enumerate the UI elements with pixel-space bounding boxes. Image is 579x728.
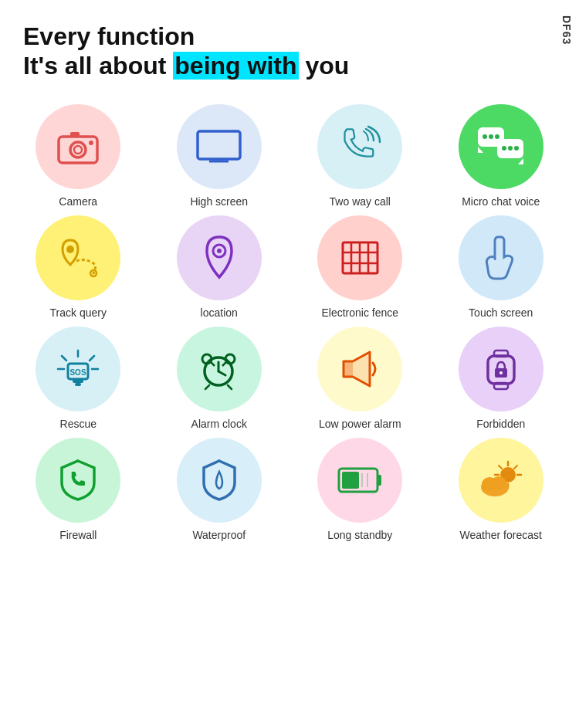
feature-camera: Camera [8, 104, 149, 208]
svg-point-18 [93, 273, 95, 275]
svg-line-66 [514, 466, 517, 469]
svg-rect-51 [494, 383, 508, 389]
touch-screen-label: Touch screen [469, 306, 533, 319]
svg-point-53 [499, 371, 503, 374]
svg-point-1 [70, 142, 86, 157]
location-icon-circle [177, 215, 262, 300]
svg-point-15 [514, 146, 519, 151]
micro-chat-voice-label: Micro chat voice [462, 195, 540, 208]
rescue-icon-circle: SOS [36, 327, 120, 411]
feature-long-standby: Long standby [290, 438, 431, 541]
two-way-call-icon-circle [317, 104, 402, 189]
track-query-label: Track query [50, 306, 107, 319]
camera-label: Camera [59, 195, 97, 208]
feature-touch-screen: Touch screen [431, 215, 572, 319]
electronic-fence-icon-circle [317, 215, 402, 300]
rescue-label: Rescue [60, 418, 96, 430]
svg-rect-3 [70, 132, 80, 137]
electronic-fence-label: Electronic fence [321, 306, 398, 319]
svg-point-9 [482, 134, 487, 139]
forbidden-icon-circle [459, 327, 543, 411]
feature-two-way-call: Two way call [290, 104, 431, 208]
feature-waterproof: Waterproof [149, 438, 290, 541]
svg-point-70 [491, 476, 506, 490]
high-screen-label: High screen [190, 195, 248, 208]
feature-location: location [149, 215, 290, 319]
svg-point-14 [508, 146, 513, 151]
feature-high-screen: High screen [149, 104, 290, 208]
header: Every function It's all about being with… [0, 0, 579, 89]
features-grid: Camera High screen Two way call [0, 89, 579, 557]
svg-line-44 [211, 362, 215, 366]
waterproof-label: Waterproof [192, 529, 245, 541]
alarm-clock-icon-circle [177, 327, 262, 411]
svg-point-13 [502, 146, 506, 151]
svg-line-31 [62, 356, 66, 361]
forbidden-label: Forbidden [476, 418, 525, 430]
svg-rect-5 [198, 131, 240, 159]
two-way-call-label: Two way call [330, 195, 391, 208]
svg-rect-56 [378, 475, 381, 486]
low-power-alarm-label: Low power alarm [319, 418, 401, 430]
svg-point-2 [74, 146, 82, 154]
feature-alarm-clock: Alarm clock [149, 327, 290, 430]
svg-point-4 [89, 141, 93, 145]
svg-line-65 [499, 466, 502, 469]
feature-rescue: SOS Rescue [8, 327, 149, 430]
low-power-alarm-icon-circle [317, 327, 402, 411]
feature-low-power-alarm: Low power alarm [290, 327, 431, 430]
svg-text:SOS: SOS [70, 368, 86, 377]
waterproof-icon-circle [177, 438, 262, 523]
svg-line-39 [218, 371, 225, 375]
touch-screen-icon-circle [459, 215, 543, 300]
svg-rect-35 [73, 379, 83, 383]
header-line1: Every function [23, 22, 556, 51]
firewall-icon-circle [36, 438, 120, 523]
watermark: DF63 [560, 15, 573, 45]
feature-forbidden: Forbidden [431, 327, 572, 430]
micro-chat-voice-icon-circle [459, 104, 543, 189]
svg-line-32 [90, 356, 94, 361]
svg-rect-36 [75, 383, 81, 386]
svg-point-20 [217, 249, 222, 253]
feature-firewall: Firewall [8, 438, 149, 541]
header-line2: It's all about being with you [23, 51, 556, 80]
feature-track-query: Track query [8, 215, 149, 319]
alarm-clock-label: Alarm clock [191, 418, 247, 430]
weather-forecast-icon-circle [459, 438, 543, 523]
weather-forecast-label: Weather forecast [460, 529, 542, 541]
firewall-label: Firewall [59, 529, 96, 541]
track-query-icon-circle [36, 215, 120, 300]
high-screen-icon-circle [177, 104, 262, 189]
svg-line-45 [222, 362, 226, 366]
svg-rect-50 [494, 350, 508, 357]
svg-point-11 [495, 134, 499, 139]
svg-marker-48 [344, 352, 370, 386]
long-standby-label: Long standby [327, 529, 392, 541]
svg-rect-57 [342, 472, 359, 489]
camera-icon-circle [36, 104, 120, 189]
svg-point-16 [66, 245, 74, 253]
svg-point-10 [489, 134, 493, 139]
feature-electronic-fence: Electronic fence [290, 215, 431, 319]
svg-line-41 [228, 385, 232, 389]
highlight-text: being with [173, 52, 298, 80]
svg-line-40 [205, 385, 209, 389]
location-label: location [201, 306, 238, 319]
feature-weather-forecast: Weather forecast [431, 438, 572, 541]
feature-micro-chat-voice: Micro chat voice [431, 104, 572, 208]
long-standby-icon-circle [317, 438, 402, 523]
